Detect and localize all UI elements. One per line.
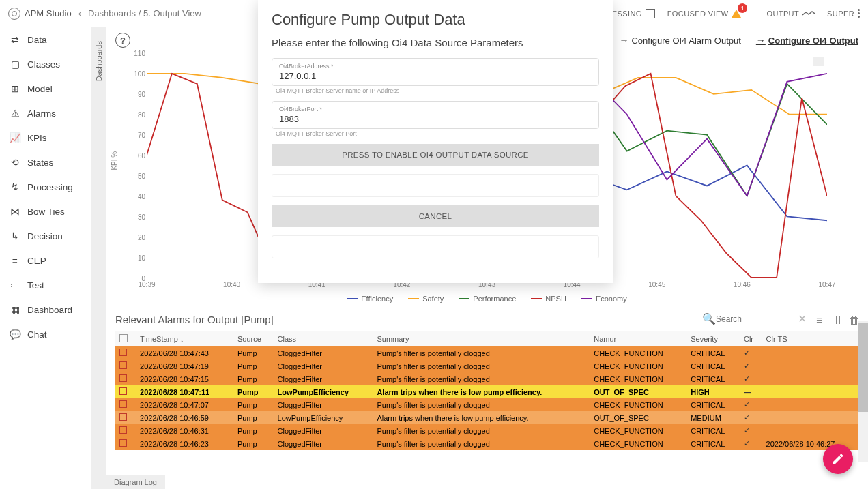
broker-port-field[interactable]: Oi4BrokerPort * [272,101,599,129]
column-header[interactable]: TimeStamp ↓ [136,331,233,346]
row-checkbox[interactable] [119,349,127,356]
configure-output-modal: Configure Pump Output Data Please enter … [258,0,613,283]
tab-super[interactable]: SUPER [827,9,860,18]
delete-icon[interactable]: 🗑 [849,314,858,324]
sidebar-item-model[interactable]: ⊞Model [0,76,91,101]
row-checkbox[interactable] [119,361,127,369]
broker-address-input[interactable] [279,70,592,83]
model-icon: ⊞ [10,83,20,94]
chat-icon: 💬 [10,329,20,340]
sidebar: ⇄Data ▢Classes ⊞Model ⚠Alarms 📈KPIs ⟲Sta… [0,27,92,489]
chart-menu-icon[interactable] [813,57,824,66]
cancel-button[interactable]: CANCEL [272,205,599,227]
scrollbar-thumb[interactable] [858,323,868,412]
sidebar-item-dashboard[interactable]: ▦Dashboard [0,297,91,322]
app-logo-icon [8,8,20,20]
edit-fab[interactable] [823,444,853,474]
line-chart-icon [802,11,815,16]
decision-icon: ↳ [10,231,20,241]
search-box[interactable]: 🔍 ✕ [699,311,809,327]
row-checkbox[interactable] [119,387,127,395]
test-icon: ≔ [10,280,20,291]
collapse-sidebar-icon[interactable]: ‹ [78,8,81,18]
modal-title: Configure Pump Output Data [272,11,599,29]
select-all-checkbox[interactable] [119,334,128,342]
alarms-panel: Relevant Alarms for Output [Pump] 🔍 ✕ ≡ … [115,311,858,450]
bowties-icon: ⋈ [10,206,20,217]
help-icon[interactable]: ? [115,33,130,48]
sidebar-item-alarms[interactable]: ⚠Alarms [0,101,91,125]
table-row[interactable]: 2022/06/28 10:47:43PumpCloggedFilterPump… [115,346,858,359]
modal-subtitle: Please enter the following Oi4 Data Sour… [272,37,599,48]
top-tabs: PROCESSING FOCUSED VIEW 1 OUTPUT SUPER [589,9,860,18]
alarms-table: TimeStamp ↓SourceClassSummaryNamurSeveri… [115,331,858,450]
row-checkbox[interactable] [119,439,127,447]
columns-icon[interactable]: ≡ [816,314,826,324]
sidebar-item-states[interactable]: ⟲States [0,150,91,175]
search-icon: 🔍 [702,312,716,325]
sidebar-item-kpis[interactable]: 📈KPIs [0,125,91,150]
column-header[interactable]: Severity [686,331,740,346]
y-axis: 0102030405060708090100110 [126,53,147,278]
broker-address-hint: Oi4 MQTT Broker Server name or IP Addres… [276,87,599,94]
sidebar-item-test[interactable]: ≔Test [0,273,91,297]
tab-focused-view[interactable]: FOCUSED VIEW 1 [667,9,755,18]
alarms-title: Relevant Alarms for Output [Pump] [115,314,274,325]
notification-badge: 1 [738,3,747,13]
search-input[interactable] [716,314,798,324]
clear-search-icon[interactable]: ✕ [798,312,807,325]
data-icon: ⇄ [10,34,20,45]
column-header[interactable]: Clr TS [762,331,858,346]
column-header[interactable]: Clr [740,331,762,346]
configure-output-link[interactable]: →Configure OI4 Output [756,35,858,46]
column-header[interactable]: Summary [373,331,590,346]
pause-icon[interactable]: ⏸ [833,314,842,324]
arrow-right-icon: → [756,35,766,46]
processing-icon: ↯ [10,181,20,192]
sidebar-item-decision[interactable]: ↳Decision [0,224,91,248]
modal-spacer [272,235,599,258]
table-row[interactable]: 2022/06/28 10:47:11PumpLowPumpEfficiency… [115,385,858,398]
table-row[interactable]: 2022/06/28 10:46:23PumpCloggedFilterPump… [115,437,858,450]
broker-port-hint: Oi4 MQTT Broker Server Port [276,130,599,137]
y-axis-label: KPI % [111,151,118,171]
column-header[interactable]: Namur [590,331,686,346]
table-row[interactable]: 2022/06/28 10:47:15PumpCloggedFilterPump… [115,372,858,385]
app-name: APM Studio [25,8,72,18]
row-checkbox[interactable] [119,374,127,382]
sidebar-item-chat[interactable]: 💬Chat [0,322,91,346]
diagram-log-tab[interactable]: Diagram Log [106,475,165,489]
table-row[interactable]: 2022/06/28 10:47:19PumpCloggedFilterPump… [115,359,858,372]
column-header[interactable]: Source [233,331,274,346]
sidebar-item-data[interactable]: ⇄Data [0,27,91,52]
table-row[interactable]: 2022/06/28 10:46:59PumpLowPumpEfficiency… [115,411,858,424]
table-row[interactable]: 2022/06/28 10:47:07PumpCloggedFilterPump… [115,398,858,411]
broker-port-input[interactable] [279,113,592,125]
kpis-icon: 📈 [10,132,20,143]
column-header[interactable]: Class [274,331,373,346]
arrow-right-icon: → [619,35,628,46]
cep-icon: ≡ [10,255,20,266]
dashboard-icon: ▦ [10,304,20,315]
row-checkbox[interactable] [119,413,127,421]
classes-icon: ▢ [10,59,20,70]
row-checkbox[interactable] [119,400,127,408]
sidebar-item-bowties[interactable]: ⋈Bow Ties [0,199,91,224]
sidebar-item-cep[interactable]: ≡CEP [0,248,91,273]
bar-chart-icon [646,9,655,18]
broker-address-field[interactable]: Oi4BrokerAddress * [272,58,599,86]
pencil-icon [831,452,845,466]
states-icon: ⟲ [10,157,20,168]
table-row[interactable]: 2022/06/28 10:46:31PumpCloggedFilterPump… [115,424,858,437]
configure-alarm-link[interactable]: →Configure OI4 Alarm Output [619,35,740,46]
sidebar-item-processing[interactable]: ↯Processing [0,175,91,199]
more-icon[interactable] [858,9,860,18]
modal-spacer [272,174,599,197]
breadcrumb[interactable]: Dashboards / 5. Output View [88,8,201,18]
sidebar-item-classes[interactable]: ▢Classes [0,52,91,76]
row-checkbox[interactable] [119,426,127,434]
scrollbar[interactable] [858,321,868,462]
enable-button[interactable]: PRESS TO ENABLE OI4 OUTPUT DATA SOURCE [272,144,599,166]
vertical-tab[interactable]: Dashboards [92,27,106,489]
tab-output[interactable]: OUTPUT [766,10,815,18]
